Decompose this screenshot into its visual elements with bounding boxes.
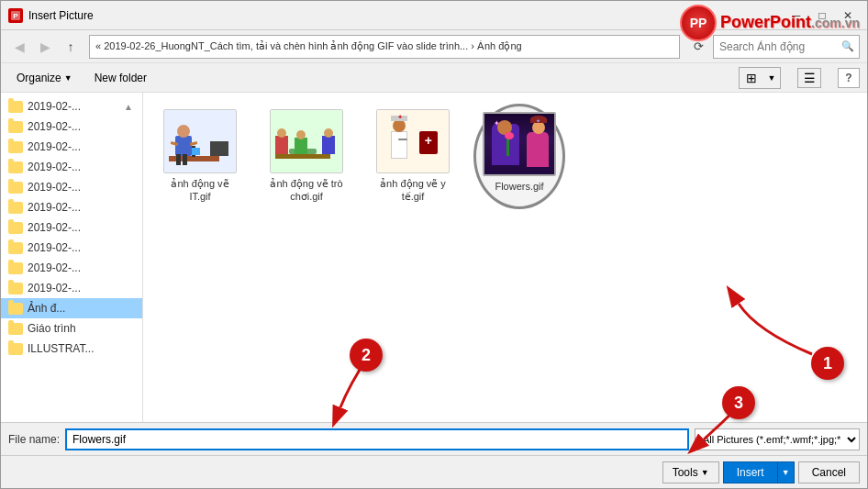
med-person-body: [391, 131, 407, 159]
person-body-it: [175, 136, 192, 156]
badge-3: 3: [722, 386, 755, 419]
sidebar-item-12[interactable]: ILLUSTRAT...: [1, 339, 142, 359]
folder-icon: [8, 161, 23, 173]
file-thumbnail-it: [163, 109, 237, 173]
file-item-medical[interactable]: + + ảnh động vẽ y tế.gif: [367, 104, 459, 209]
annotation-2: 2: [331, 357, 423, 424]
folder-icon: [8, 283, 23, 295]
breadcrumb[interactable]: « 2019-02-26_HuongNT_Cách tìm, tải và ch…: [89, 35, 680, 59]
help-button[interactable]: ?: [838, 68, 860, 88]
up-button[interactable]: ↑: [60, 36, 82, 58]
game-person2: [322, 136, 335, 154]
svg-text:P: P: [13, 12, 18, 20]
sidebar-item-5[interactable]: 2019-02-...: [1, 197, 142, 217]
action-buttons-row: Tools ▼ Insert ▼ Cancel: [1, 455, 867, 488]
insert-dropdown-button[interactable]: ▼: [777, 462, 794, 483]
folder-icon: [8, 303, 23, 315]
file-label-game: ảnh động vẽ trò chơi.gif: [266, 177, 347, 204]
organize-button[interactable]: Organize ▼: [8, 69, 81, 87]
sidebar: 2019-02-... ▲ 2019-02-... 2019-02-... 20…: [1, 93, 143, 422]
view-options: ⊞ ▼: [739, 67, 781, 89]
filename-bar: File name: All Pictures (*.emf;*.wmf;*.j…: [1, 422, 867, 455]
file-item-game[interactable]: ảnh động vẽ trò chơi.gif: [261, 104, 352, 209]
sidebar-item-2[interactable]: 2019-02-...: [1, 137, 142, 157]
tools-dropdown-icon: ▼: [701, 468, 709, 477]
game-person2-head: [324, 128, 333, 138]
sidebar-item-1[interactable]: 2019-02-...: [1, 117, 142, 137]
title-text: Insert Picture: [28, 9, 785, 22]
sidebar-item-9[interactable]: 2019-02-...: [1, 278, 142, 298]
game-table: [275, 154, 330, 159]
forward-button[interactable]: ▶: [34, 36, 56, 58]
med-cross-icon: +: [425, 134, 432, 147]
med-person-head: [393, 119, 406, 132]
sidebar-item-6[interactable]: 2019-02-...: [1, 217, 142, 238]
pp-logo: PP: [680, 5, 717, 41]
tools-button[interactable]: Tools ▼: [662, 461, 719, 483]
file-label-it: ảnh động vẽ IT.gif: [160, 177, 240, 204]
sidebar-item-8[interactable]: 2019-02-...: [1, 258, 142, 278]
sidebar-item-7[interactable]: 2019-02-...: [1, 238, 142, 258]
filename-input[interactable]: [65, 428, 689, 450]
insert-button[interactable]: Insert: [724, 462, 777, 483]
view-dropdown-button[interactable]: ▼: [763, 68, 780, 88]
folder-icon: [8, 141, 23, 153]
file-thumbnail-game: [270, 109, 343, 173]
file-item-it[interactable]: ảnh động vẽ IT.gif: [154, 104, 246, 209]
file-label-flowers: Flowers.gif: [495, 180, 543, 193]
file-item-flowers[interactable]: ✦ ✦ Flowers.gif: [473, 104, 565, 209]
insert-button-group: Insert ▼: [723, 461, 795, 483]
cancel-button[interactable]: Cancel: [798, 461, 860, 483]
folder-icon: [8, 222, 23, 234]
badge-1: 1: [811, 347, 844, 380]
folder-icon: [8, 323, 23, 335]
pp-brand-text: PowerPoint.com.vn: [720, 14, 860, 32]
sidebar-item-10[interactable]: Ảnh đ...: [1, 298, 142, 318]
file-area: ảnh động vẽ IT.gif: [143, 93, 867, 422]
folder-icon: [8, 262, 23, 274]
dialog-window: P Insert Picture ─ □ ✕ PP PowerPoint.com…: [0, 0, 868, 489]
file-label-medical: ảnh động vẽ y tế.gif: [373, 177, 453, 204]
filename-label: File name:: [8, 433, 60, 446]
folder-icon: [8, 101, 23, 113]
person-head-it: [177, 125, 190, 138]
folder-icon: [8, 242, 23, 254]
view-grid-button[interactable]: ⊞: [740, 68, 763, 88]
back-button[interactable]: ◀: [8, 36, 30, 58]
view-details-button[interactable]: ☰: [797, 68, 821, 88]
sidebar-item-0[interactable]: 2019-02-... ▲: [1, 96, 142, 117]
new-folder-button[interactable]: New folder: [86, 69, 155, 87]
badge-2: 2: [350, 339, 383, 372]
folder-icon: [8, 182, 23, 194]
game-person1-head: [277, 128, 286, 138]
main-area: 2019-02-... ▲ 2019-02-... 2019-02-... 20…: [1, 93, 867, 422]
annotation-3: 3: [695, 405, 768, 453]
action-toolbar: Organize ▼ New folder ⊞ ▼ ☰ ?: [1, 63, 867, 93]
watermark: PP PowerPoint.com.vn: [680, 5, 860, 41]
annotation-1: 1: [729, 295, 840, 371]
title-bar: P Insert Picture ─ □ ✕ PP PowerPoint.com…: [1, 1, 867, 30]
file-thumbnail-flowers: ✦ ✦: [483, 112, 556, 176]
folder-icon: [8, 202, 23, 214]
sidebar-item-4[interactable]: 2019-02-...: [1, 177, 142, 197]
sidebar-item-11[interactable]: Giáo trình: [1, 318, 142, 339]
folder-icon: [8, 121, 23, 133]
monitor-obj: [210, 141, 228, 156]
sidebar-item-3[interactable]: 2019-02-...: [1, 157, 142, 177]
file-thumbnail-medical: + +: [376, 109, 450, 173]
game-person1: [275, 136, 288, 154]
scroll-up-icon: ▲: [124, 102, 135, 112]
organize-dropdown-icon: ▼: [64, 73, 72, 83]
flowers-person2-body: [527, 132, 549, 167]
folder-icon: [8, 343, 23, 355]
titlebar-icon: P: [8, 8, 23, 23]
